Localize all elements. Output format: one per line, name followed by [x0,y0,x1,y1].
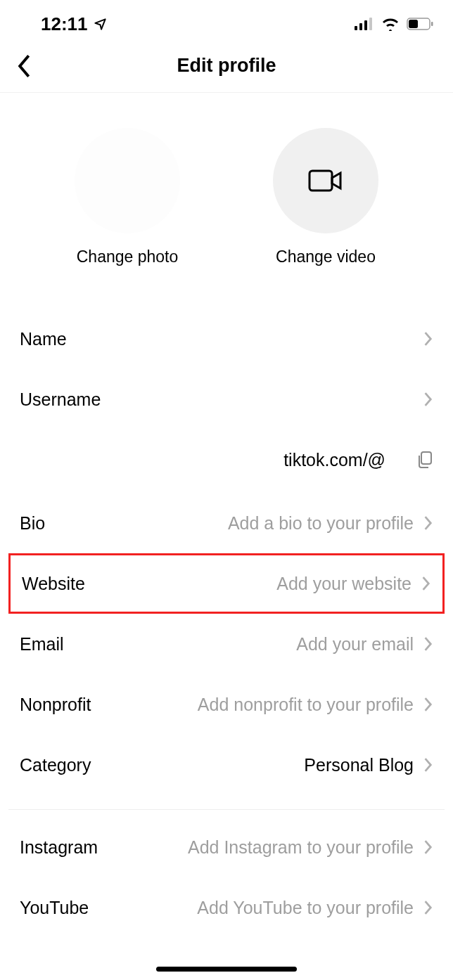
chevron-right-icon [423,697,433,712]
svg-rect-5 [409,20,418,28]
youtube-label: YouTube [20,898,89,918]
page-title: Edit profile [177,55,276,77]
svg-rect-7 [310,171,332,191]
change-video-label: Change video [276,247,376,266]
status-time: 12:11 [41,13,88,35]
cellular-icon [355,17,374,31]
chevron-right-icon [423,636,433,652]
bio-value: Add a bio to your profile [228,513,414,534]
website-highlight: Website Add your website [8,553,445,614]
svg-rect-8 [421,452,431,464]
svg-rect-6 [431,22,433,26]
copy-button[interactable] [416,451,433,469]
nonprofit-label: Nonprofit [20,695,91,715]
media-section: Change photo Change video [0,93,453,309]
svg-rect-0 [355,26,357,30]
back-button[interactable] [15,54,34,78]
wifi-icon [381,17,400,31]
category-row[interactable]: Category Personal Blog [0,735,453,795]
video-avatar-placeholder [273,128,378,233]
chevron-right-icon [423,392,433,407]
name-row[interactable]: Name [0,309,453,369]
video-camera-icon [307,167,345,195]
bio-row[interactable]: Bio Add a bio to your profile [0,493,453,553]
youtube-value: Add YouTube to your profile [197,898,414,918]
email-row[interactable]: Email Add your email [0,614,453,674]
youtube-row[interactable]: YouTube Add YouTube to your profile [0,877,453,938]
status-bar: 12:11 [0,0,453,39]
category-value: Personal Blog [304,755,414,775]
instagram-label: Instagram [20,837,98,858]
category-label: Category [20,755,91,775]
svg-rect-1 [359,23,362,30]
name-label: Name [20,329,67,349]
website-label: Website [22,574,85,594]
chevron-right-icon [421,576,431,591]
username-label: Username [20,389,101,410]
nonprofit-row[interactable]: Nonprofit Add nonprofit to your profile [0,674,453,735]
website-value: Add your website [276,574,411,594]
chevron-right-icon [423,757,433,773]
home-indicator[interactable] [156,967,297,972]
section-divider [8,809,445,810]
chevron-right-icon [423,900,433,915]
profile-link-text: tiktok.com/@ [283,450,385,470]
website-row[interactable]: Website Add your website [11,555,442,612]
nonprofit-value: Add nonprofit to your profile [198,695,414,715]
status-right [355,17,433,31]
battery-icon [407,18,433,30]
bio-label: Bio [20,513,45,534]
svg-rect-2 [364,20,367,30]
nav-header: Edit profile [0,39,453,93]
username-row[interactable]: Username [0,369,453,430]
chevron-right-icon [423,839,433,855]
photo-avatar-placeholder [75,128,180,233]
chevron-right-icon [423,331,433,347]
email-value: Add your email [296,634,414,655]
change-photo-label: Change photo [77,247,179,266]
change-video-button[interactable]: Change video [241,128,410,266]
status-left: 12:11 [41,13,107,35]
instagram-value: Add Instagram to your profile [188,837,414,858]
location-icon [94,18,107,31]
svg-rect-3 [369,18,372,30]
chevron-right-icon [423,515,433,531]
email-label: Email [20,634,64,655]
change-photo-button[interactable]: Change photo [43,128,212,266]
instagram-row[interactable]: Instagram Add Instagram to your profile [0,817,453,877]
profile-link-row: tiktok.com/@ [0,430,453,490]
